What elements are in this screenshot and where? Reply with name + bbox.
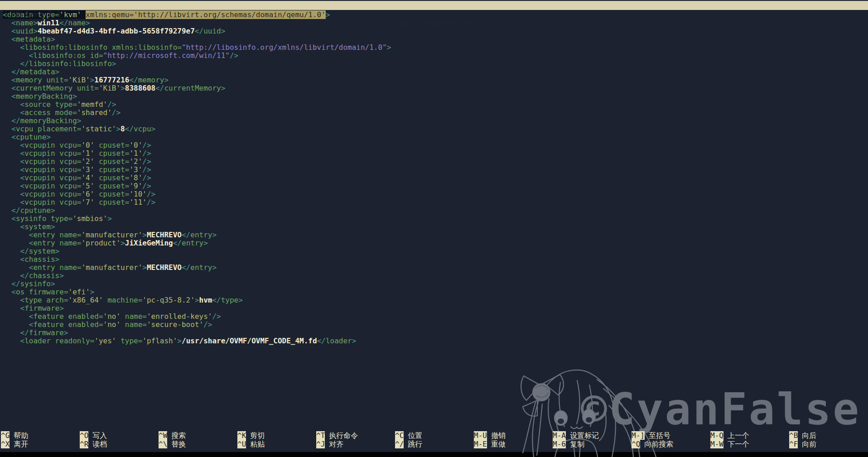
code-line: <libosinfo:os id="http://microsoft.com/w… [3, 52, 868, 60]
code-line: <memory unit='KiB'>16777216</memory> [3, 76, 868, 84]
shortcut-item: ^R读档 [80, 440, 159, 448]
shortcut-key: M-Q [710, 431, 723, 440]
shortcut-label: 向后 [802, 431, 816, 440]
shortcut-item: ^K剪切 [237, 431, 316, 440]
shortcut-item: ^X离开 [1, 440, 80, 448]
code-line: <vcpu placement='static'>8</vcpu> [3, 125, 868, 133]
shortcut-label: 设置标记 [570, 431, 599, 440]
shortcut-item: ^Q向前搜索 [632, 440, 710, 448]
code-line: </metadata> [3, 68, 868, 76]
shortcut-item: ^F向前 [789, 440, 868, 448]
shortcut-label: 向前 [802, 440, 816, 448]
shortcut-column: ^C位置^/跳行 [395, 431, 474, 448]
shortcut-label: 下一个 [728, 440, 749, 448]
shortcut-item: ^O写入 [80, 431, 159, 440]
shortcut-key: ^C [395, 431, 404, 440]
shortcut-key: ^Q [632, 440, 640, 448]
shortcut-label: 至括号 [649, 431, 670, 440]
shortcut-item: ^T执行命令 [316, 431, 395, 440]
shortcut-key: ^R [80, 440, 88, 448]
code-line: <source type='memfd'/> [3, 101, 868, 109]
code-line: </firmware> [3, 329, 868, 337]
nano-title-bar: GNU nano 7.2 /tmp/virshDAMQK3.xml [0, 1, 868, 10]
shortcut-column: M-U撤销M-E重做 [474, 431, 553, 448]
shortcut-item: ^B向后 [789, 431, 868, 440]
shortcut-column: M-]至括号^Q向前搜索 [632, 431, 710, 448]
shortcut-bar: ^G帮助^X离开^O写入^R读档^W搜索^\替换^K剪切^U粘贴^T执行命令^J… [1, 431, 868, 448]
shortcut-key: ^J [316, 440, 325, 448]
code-line: <chassis> [3, 255, 868, 264]
code-line: <access mode='shared'/> [3, 109, 868, 117]
bottom-black-strip [0, 452, 868, 457]
code-line: <loader readonly='yes' type='pflash'>/us… [3, 337, 868, 345]
shortcut-label: 复制 [570, 440, 584, 448]
code-line: </cputune> [3, 207, 868, 215]
code-line: <system> [3, 223, 868, 231]
app-version-label: GNU nano 7.2 [9, 10, 61, 19]
shortcut-item: M-]至括号 [632, 431, 710, 440]
code-line: <entry name='manufacturer'>MECHREVO</ent… [3, 231, 868, 239]
shortcut-item: M-6复制 [553, 440, 632, 448]
shortcut-key: ^O [80, 431, 88, 440]
shortcut-column: ^W搜索^\替换 [159, 431, 237, 448]
shortcut-label: 帮助 [14, 431, 28, 440]
shortcut-label: 替换 [171, 440, 186, 448]
code-line: </memoryBacking> [3, 117, 868, 125]
shortcut-label: 重做 [491, 440, 506, 448]
code-line: </system> [3, 247, 868, 255]
shortcut-label: 写入 [92, 431, 107, 440]
shortcut-item: ^\替换 [159, 440, 237, 448]
shortcut-column: M-Q上一个M-W下一个 [710, 431, 789, 448]
code-line: <currentMemory unit='KiB'>8388608</curre… [3, 84, 868, 92]
shortcut-item: ^/跳行 [395, 440, 474, 448]
shortcut-column: ^O写入^R读档 [80, 431, 159, 448]
shortcut-item: M-W下一个 [710, 440, 789, 448]
code-line: <firmware> [3, 304, 868, 313]
shortcut-key: ^X [1, 440, 10, 448]
shortcut-column: ^T执行命令^J对齐 [316, 431, 395, 448]
code-line: <sysinfo type='smbios'> [3, 215, 868, 223]
code-line: <entry name='manufacturer'>MECHREVO</ent… [3, 264, 868, 272]
shortcut-key: ^/ [395, 440, 404, 448]
shortcut-label: 读档 [92, 440, 107, 448]
shortcut-column: M-A设置标记M-6复制 [553, 431, 632, 448]
code-line: <entry name='product'>JiXieGeMing</entry… [3, 239, 868, 247]
shortcut-item: ^W搜索 [159, 431, 237, 440]
code-line: <vcpupin vcpu='1' cpuset='1'/> [3, 149, 868, 158]
code-line: <feature enabled='no' name='enrolled-key… [3, 313, 868, 321]
shortcut-key: ^\ [159, 440, 167, 448]
code-line: <vcpupin vcpu='4' cpuset='8'/> [3, 174, 868, 182]
shortcut-key: M-E [474, 440, 487, 448]
shortcut-label: 粘贴 [250, 440, 265, 448]
shortcut-label: 剪切 [250, 431, 265, 440]
shortcut-label: 位置 [408, 431, 422, 440]
code-line: <uuid>4beabf47-d4d3-4bff-adbb-5658f79279… [3, 27, 868, 35]
code-line: <vcpupin vcpu='2' cpuset='2'/> [3, 158, 868, 166]
code-line: <vcpupin vcpu='0' cpuset='0'/> [3, 141, 868, 149]
shortcut-key: M-6 [553, 440, 566, 448]
code-line: <os firmware='efi'> [3, 288, 868, 296]
shortcut-key: ^W [159, 431, 167, 440]
shortcut-key: ^K [237, 431, 246, 440]
code-line: <feature enabled='no' name='secure-boot'… [3, 321, 868, 329]
shortcut-column: ^B向后^F向前 [789, 431, 868, 448]
shortcut-key: M-A [553, 431, 566, 440]
shortcut-label: 离开 [14, 440, 28, 448]
code-line: <libosinfo:libosinfo xmlns:libosinfo="ht… [3, 43, 868, 52]
shortcut-item: ^J对齐 [316, 440, 395, 448]
shortcut-item: ^C位置 [395, 431, 474, 440]
shortcut-key: ^T [316, 431, 325, 440]
code-line: <vcpupin vcpu='6' cpuset='10'/> [3, 190, 868, 198]
shortcut-item: ^G帮助 [1, 431, 80, 440]
code-line: </sysinfo> [3, 280, 868, 288]
shortcut-key: ^B [789, 431, 798, 440]
code-line: <vcpupin vcpu='3' cpuset='3'/> [3, 166, 868, 174]
code-line: <cputune> [3, 133, 868, 141]
shortcut-key: ^G [1, 431, 10, 440]
shortcut-key: M-U [474, 431, 487, 440]
code-line: <memoryBacking> [3, 92, 868, 101]
xml-editor-area[interactable]: <domain type='kvm' xmlns:qemu='http://li… [3, 11, 868, 345]
code-line: <domain type='kvm' xmlns:qemu='http://li… [3, 11, 868, 19]
code-line: </chassis> [3, 272, 868, 280]
shortcut-key: ^U [237, 440, 246, 448]
